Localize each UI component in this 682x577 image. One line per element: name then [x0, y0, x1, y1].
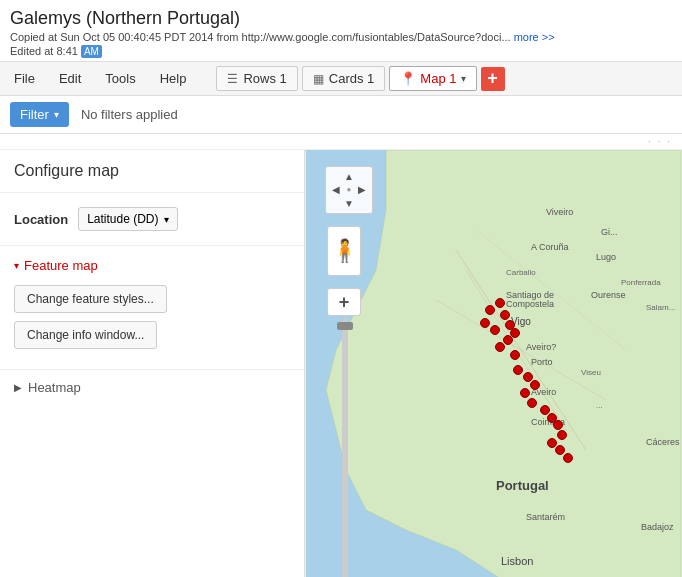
map-pin	[495, 342, 505, 352]
nav-blank4	[356, 197, 369, 210]
tab-map-label: Map 1	[420, 71, 456, 86]
menu-edit[interactable]: Edit	[55, 69, 85, 88]
person-icon: 🧍	[331, 238, 358, 264]
filter-chevron: ▾	[54, 109, 59, 120]
menu-tools[interactable]: Tools	[101, 69, 139, 88]
svg-text:Cáceres: Cáceres	[646, 437, 680, 447]
edited-text: Edited at 8:41	[10, 45, 81, 57]
cards-icon: ▦	[313, 72, 324, 86]
filterbar: Filter ▾ No filters applied	[0, 96, 682, 134]
change-feature-styles-button[interactable]: Change feature styles...	[14, 285, 167, 313]
zoom-track	[342, 318, 348, 577]
page-title: Galemys (Northern Portugal)	[10, 8, 672, 29]
svg-text:Carballo: Carballo	[506, 268, 536, 277]
filter-button[interactable]: Filter ▾	[10, 102, 69, 127]
nav-right[interactable]: ▶	[356, 183, 369, 196]
map-pin	[557, 430, 567, 440]
location-dropdown-chevron: ▾	[164, 214, 169, 225]
tab-map[interactable]: 📍 Map 1 ▾	[389, 66, 476, 91]
menu-file[interactable]: File	[10, 69, 39, 88]
feature-map-label: Feature map	[24, 258, 98, 273]
copied-line: Copied at Sun Oct 05 00:40:45 PDT 2014 f…	[10, 31, 672, 43]
svg-text:Porto: Porto	[531, 357, 553, 367]
copied-text: Copied at Sun Oct 05 00:40:45 PDT 2014 f…	[10, 31, 514, 43]
nav-down[interactable]: ▼	[342, 197, 355, 210]
map-pin	[520, 388, 530, 398]
map-pin	[480, 318, 490, 328]
map-pin	[527, 398, 537, 408]
nav-blank	[329, 170, 342, 183]
edited-line: Edited at 8:41 AM	[10, 45, 672, 57]
feature-map-section: ▾ Feature map Change feature styles... C…	[0, 246, 304, 369]
svg-text:Portugal: Portugal	[496, 478, 549, 493]
menu-help[interactable]: Help	[156, 69, 191, 88]
menubar: File Edit Tools Help ☰ Rows 1 ▦ Cards 1 …	[0, 62, 682, 96]
svg-text:Viseu: Viseu	[581, 368, 601, 377]
nav-blank2	[356, 170, 369, 183]
filter-status: No filters applied	[81, 107, 178, 122]
tab-rows-label: Rows 1	[243, 71, 286, 86]
svg-text:Ourense: Ourense	[591, 290, 626, 300]
map-nav-control[interactable]: ▲ ◀ ● ▶ ▼	[325, 166, 373, 214]
map-pin	[503, 335, 513, 345]
map-pin	[510, 350, 520, 360]
location-row: Location Latitude (DD) ▾	[0, 193, 304, 246]
map-pin	[530, 380, 540, 390]
feature-map-title: ▾ Feature map	[14, 258, 290, 273]
svg-text:Badajoz: Badajoz	[641, 522, 674, 532]
svg-text:Lugo: Lugo	[596, 252, 616, 262]
map-pin	[553, 420, 563, 430]
more-link[interactable]: more >>	[514, 31, 555, 43]
am-badge: AM	[81, 45, 102, 58]
heatmap-section: ▶ Heatmap	[0, 369, 304, 405]
svg-text:A Coruña: A Coruña	[531, 242, 569, 252]
map-pin	[500, 310, 510, 320]
map-pin	[513, 365, 523, 375]
svg-text:Compostela: Compostela	[506, 299, 554, 309]
map-background: Viveiro Gi... A Coruña Lugo Carballo Pon…	[305, 150, 682, 577]
zoom-in-label: +	[339, 292, 350, 313]
heatmap-label: Heatmap	[28, 380, 81, 395]
change-info-window-button[interactable]: Change info window...	[14, 321, 157, 349]
tab-map-chevron: ▾	[461, 73, 466, 84]
svg-text:Viveiro: Viveiro	[546, 207, 573, 217]
location-dropdown-label: Latitude (DD)	[87, 212, 158, 226]
add-tab-button[interactable]: +	[481, 67, 505, 91]
map-pin	[495, 298, 505, 308]
heatmap-triangle: ▶	[14, 382, 22, 393]
heatmap-title[interactable]: ▶ Heatmap	[14, 380, 290, 395]
svg-text:Aveiro?: Aveiro?	[526, 342, 556, 352]
header: Galemys (Northern Portugal) Copied at Su…	[0, 0, 682, 62]
map-panel: Viveiro Gi... A Coruña Lugo Carballo Pon…	[305, 150, 682, 577]
svg-text:Gi...: Gi...	[601, 227, 618, 237]
zoom-in-button[interactable]: +	[327, 288, 361, 316]
location-label: Location	[14, 212, 68, 227]
configure-map-header: Configure map	[0, 150, 304, 193]
rows-icon: ☰	[227, 72, 238, 86]
left-panel: Configure map Location Latitude (DD) ▾ ▾…	[0, 150, 305, 577]
map-pin	[563, 453, 573, 463]
nav-blank3	[329, 197, 342, 210]
nav-up[interactable]: ▲	[342, 170, 355, 183]
location-dropdown[interactable]: Latitude (DD) ▾	[78, 207, 177, 231]
tab-cards[interactable]: ▦ Cards 1	[302, 66, 386, 91]
nav-left[interactable]: ◀	[329, 183, 342, 196]
pin-icon: 📍	[400, 71, 416, 86]
nav-center[interactable]: ●	[342, 183, 355, 196]
svg-text:Lisbon: Lisbon	[501, 555, 533, 567]
street-view-control[interactable]: 🧍	[327, 226, 361, 276]
filter-label: Filter	[20, 107, 49, 122]
svg-text:Santarém: Santarém	[526, 512, 565, 522]
svg-text:...: ...	[596, 401, 603, 410]
zoom-slider-thumb[interactable]	[337, 322, 353, 330]
map-pin	[490, 325, 500, 335]
tab-rows[interactable]: ☰ Rows 1	[216, 66, 297, 91]
map-pin	[485, 305, 495, 315]
collapse-dots: · · ·	[0, 134, 682, 150]
svg-text:Salam...: Salam...	[646, 303, 675, 312]
main-content: Configure map Location Latitude (DD) ▾ ▾…	[0, 150, 682, 577]
feature-map-triangle: ▾	[14, 260, 19, 271]
svg-text:Ponferrada: Ponferrada	[621, 278, 661, 287]
tab-cards-label: Cards 1	[329, 71, 375, 86]
